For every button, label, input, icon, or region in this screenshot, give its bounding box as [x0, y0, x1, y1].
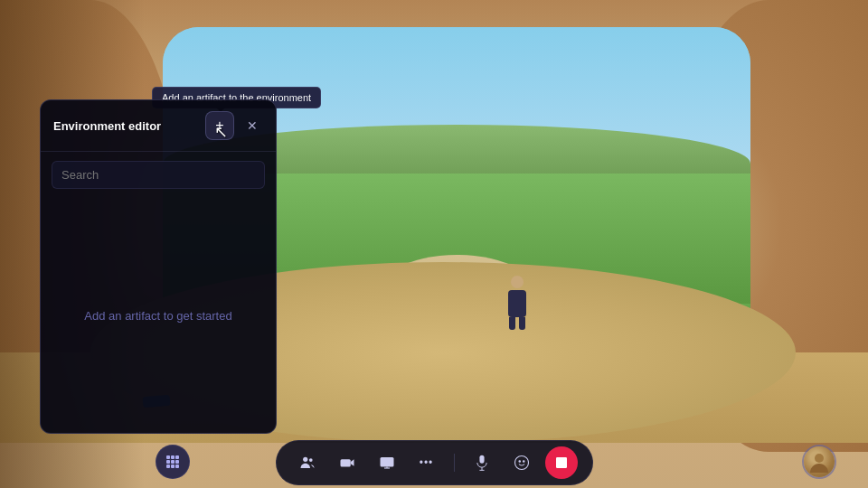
svg-rect-4 [171, 460, 175, 464]
grid-icon [165, 455, 180, 469]
microphone-button[interactable] [466, 446, 498, 479]
header-actions: + ✕ [205, 111, 263, 140]
svg-rect-3 [166, 460, 170, 464]
bottom-toolbar: ••• [0, 437, 868, 488]
search-input-wrapper[interactable] [52, 161, 265, 189]
svg-marker-12 [350, 459, 354, 466]
microphone-icon [475, 455, 489, 471]
environment-editor-panel: Environment editor + ✕ Add an artifact t… [40, 99, 277, 434]
svg-rect-22 [556, 457, 567, 468]
svg-point-10 [308, 458, 312, 462]
search-section [41, 152, 276, 198]
people-icon [299, 455, 316, 471]
toolbar-left [156, 445, 190, 479]
avatar-leg-left [509, 317, 515, 330]
search-input[interactable] [61, 168, 255, 182]
svg-rect-5 [175, 460, 179, 464]
user-avatar-button[interactable] [802, 445, 836, 479]
svg-rect-6 [166, 465, 170, 468]
artifact-icon [554, 455, 569, 470]
svg-rect-1 [171, 455, 175, 459]
screen-share-icon [379, 455, 395, 471]
svg-rect-0 [166, 455, 170, 459]
artifact-button[interactable] [545, 446, 578, 479]
toolbar-right [802, 445, 836, 479]
svg-point-23 [815, 454, 824, 463]
toolbar-divider [454, 454, 455, 472]
svg-point-20 [519, 461, 521, 463]
svg-rect-8 [175, 465, 179, 468]
more-button[interactable]: ••• [410, 446, 443, 479]
close-editor-button[interactable]: ✕ [241, 115, 263, 136]
grid-menu-button[interactable] [156, 445, 190, 479]
svg-rect-16 [479, 455, 484, 464]
editor-content-area: Add an artifact to get started [41, 198, 276, 433]
camera-icon [339, 455, 355, 471]
svg-rect-7 [171, 465, 175, 468]
svg-rect-2 [175, 455, 179, 459]
add-artifact-button[interactable]: + [205, 111, 234, 140]
emoji-button[interactable] [505, 446, 538, 479]
svg-point-19 [514, 456, 528, 470]
people-button[interactable] [291, 446, 324, 479]
avatar-leg-right [519, 317, 525, 330]
editor-title: Environment editor [53, 119, 161, 133]
more-dots-icon: ••• [420, 456, 434, 469]
svg-rect-11 [340, 459, 350, 466]
svg-rect-13 [380, 457, 393, 467]
svg-point-9 [303, 457, 307, 462]
toolbar-center: ••• [276, 440, 593, 485]
avatar-circle [804, 446, 835, 477]
avatar-legs [504, 317, 531, 330]
camera-button[interactable] [331, 446, 363, 479]
avatar-body [508, 290, 526, 317]
emoji-icon [514, 455, 530, 471]
screen-share-button[interactable] [371, 446, 403, 479]
empty-state-message: Add an artifact to get started [84, 309, 231, 323]
editor-header: Environment editor + ✕ [41, 100, 276, 152]
scene-avatar [504, 276, 531, 325]
svg-point-21 [523, 461, 524, 463]
avatar-silhouette-icon [807, 449, 832, 474]
avatar-head [511, 276, 524, 288]
